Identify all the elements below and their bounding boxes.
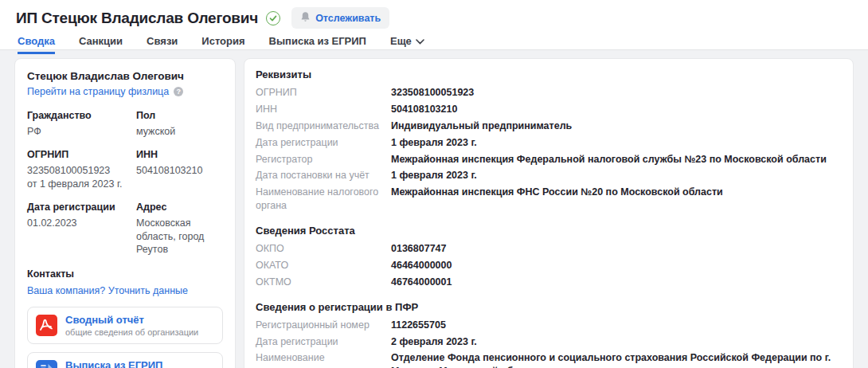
field-label: ОГРНИП [27,149,136,160]
detail-label: Вид предпринимательства [256,119,391,133]
tab-label: Санкции [79,35,123,47]
field-gender: Полмужской [136,110,223,139]
doc-title-link[interactable]: Выписка из ЕГРИП [65,359,205,368]
detail-value: Индивидуальный предприниматель [391,119,842,133]
section-title: Сведения о регистрации в ПФР [256,301,842,313]
detail-row: Дата регистрации1 февраля 2023 г. [256,136,842,150]
tab-istoriya[interactable]: История [201,35,244,54]
tab-label: Еще [390,35,412,47]
bell-icon [300,11,311,25]
field-address: АдресМосковская область, город Реутов [136,202,223,257]
detail-value: 1 февраля 2023 г. [391,169,842,182]
tab-vypiska-iz-egrip[interactable]: Выписка из ЕГРИП [269,35,366,54]
page-title: ИП Стецюк Владислав Олегович [16,10,258,27]
detail-label: Регистратор [256,153,391,166]
track-button[interactable]: Отслеживать [291,7,389,29]
detail-label: Наименование территориального органа [256,351,391,368]
tab-label: Связи [147,35,178,47]
detail-row: Регистрационный номер1122655705 [256,319,842,332]
doc-text: Выписка из ЕГРИПс подписью ФНС · на нужн… [65,359,205,368]
tab-more[interactable]: Еще [390,35,424,54]
detail-row: РегистраторМежрайонная инспекция Федерал… [256,153,842,166]
field-note: от 1 февраля 2023 г. [27,178,136,191]
detail-value: 504108103210 [391,103,842,116]
tab-label: История [201,35,244,47]
doc-card-egrip-extract[interactable]: Выписка из ЕГРИПс подписью ФНС · на нужн… [27,352,223,368]
detail-label: Дата регистрации [256,335,391,349]
title-row: ИП Стецюк Владислав Олегович Отслеживать [16,0,852,29]
tab-label: Выписка из ЕГРИП [269,35,366,47]
document-links: Сводный отчётобщие сведения об организац… [27,307,223,368]
detail-label: Регистрационный номер [256,319,391,332]
field-value: 504108103210 [136,164,223,178]
doc-title-link[interactable]: Сводный отчёт [65,314,198,326]
tab-label: Сводка [18,35,55,47]
field-label: Пол [136,110,223,121]
content-area: Стецюк Владислав Олегович Перейти на стр… [0,50,868,368]
field-label: ИНН [136,149,223,160]
detail-value: Межрайонная инспекция Федеральной налого… [391,153,842,166]
detail-value: 0136807747 [391,242,842,256]
detail-value: 1 февраля 2023 г. [391,136,842,150]
pdf-icon [36,315,57,336]
detail-value: Межрайонная инспекция ФНС России №20 по … [391,186,842,213]
page: ИП Стецюк Владислав Олегович Отслеживать… [0,0,868,368]
detail-row: ОКАТО46464000000 [256,259,842,272]
detail-value: 46764000001 [391,276,842,289]
section-title: Сведения Росстата [256,225,842,237]
help-icon[interactable]: ? [174,87,183,96]
person-name: Стецюк Владислав Олегович [27,70,223,82]
section-rosstat: Сведения РосстатаОКПО0136807747ОКАТО4646… [256,225,842,289]
field-value: 01.02.2023 [27,217,136,230]
detail-label: Дата постановки на учёт [256,169,391,182]
tab-svodka[interactable]: Сводка [18,35,55,54]
detail-label: ИНН [256,103,391,116]
details-card: РеквизитыОГРНИП323508100051923ИНН5041081… [244,58,854,368]
tab-svyazi[interactable]: Связи [147,35,178,54]
person-page-link-label: Перейти на страницу физлица [27,86,169,97]
track-button-label: Отслеживать [315,13,381,24]
field-inn: ИНН504108103210 [136,149,223,191]
detail-row: Дата постановки на учёт1 февраля 2023 г. [256,169,842,182]
detail-sections: РеквизитыОГРНИП323508100051923ИНН5041081… [256,69,842,368]
detail-value: 323508100051923 [391,86,842,100]
field-label: Адрес [136,202,223,213]
doc-subtitle: общие сведения об организации [65,327,198,337]
doc-text: Сводный отчётобщие сведения об организац… [65,314,198,337]
detail-label: ОКПО [256,242,391,256]
field-label: Дата регистрации [27,202,136,213]
verified-check-icon [266,11,280,25]
section-title-text: Сведения о регистрации в ПФР [256,301,418,313]
field-citizenship: ГражданствоРФ [27,110,136,139]
section-rekvizity: РеквизитыОГРНИП323508100051923ИНН5041081… [256,69,842,213]
detail-row: Вид предпринимательстваИндивидуальный пр… [256,119,842,133]
detail-row: Наименование налогового органаМежрайонна… [256,186,842,213]
detail-value: 2 февраля 2023 г. [391,335,842,349]
section-title-text: Сведения Росстата [256,225,355,237]
section-title: Реквизиты [256,69,842,80]
document-icon [36,360,57,368]
detail-label: Наименование налогового органа [256,186,391,213]
company-summary-card: Стецюк Владислав Олегович Перейти на стр… [14,58,236,368]
field-label: Гражданство [27,110,136,121]
field-reg-date: Дата регистрации01.02.2023 [27,202,136,257]
section-title-text: Реквизиты [256,69,311,80]
contacts-header: Контакты [27,268,223,280]
detail-value: 1122655705 [391,319,842,332]
tab-sankcii[interactable]: Санкции [79,35,123,54]
page-header: ИП Стецюк Владислав Олегович Отслеживать… [0,0,868,50]
person-page-link[interactable]: Перейти на страницу физлица ? [27,86,183,97]
field-value: мужской [136,125,223,139]
detail-row: ИНН504108103210 [256,103,842,116]
detail-row: ОКТМО46764000001 [256,276,842,289]
field-value: РФ [27,125,136,139]
field-value: Московская область, город Реутов [136,217,223,257]
detail-row: Дата регистрации2 февраля 2023 г. [256,335,842,349]
contacts-update-link[interactable]: Ваша компания? Уточнить данные [27,285,223,296]
detail-row: ОГРНИП323508100051923 [256,86,842,100]
doc-card-summary-report[interactable]: Сводный отчётобщие сведения об организац… [27,307,223,344]
detail-label: ОКТМО [256,276,391,289]
field-ogrnip: ОГРНИП323508100051923от 1 февраля 2023 г… [27,149,136,191]
detail-label: Дата регистрации [256,136,391,150]
detail-label: ОГРНИП [256,86,391,100]
